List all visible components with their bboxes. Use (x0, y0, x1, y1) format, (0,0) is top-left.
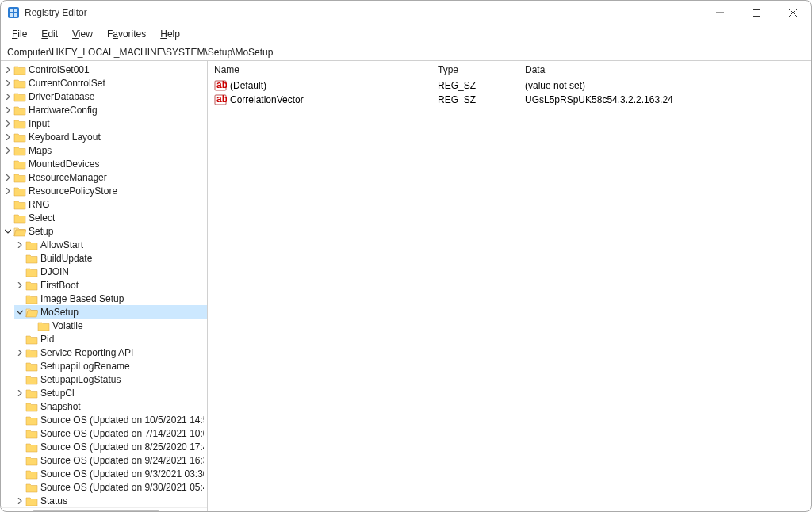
tree-node[interactable]: Source OS (Updated on 7/14/2021 10:0 (14, 426, 207, 440)
tree-node[interactable]: DJOIN (14, 265, 207, 278)
main-area: ControlSet001CurrentControlSetDriverData… (1, 61, 811, 511)
chevron-right-icon[interactable] (14, 280, 25, 291)
folder-open-icon (25, 307, 38, 318)
chevron-right-icon[interactable] (14, 495, 25, 506)
tree-node-label: Input (29, 118, 50, 129)
tree-node-label: FirstBoot (40, 280, 79, 291)
tree-node[interactable]: ResourcePolicyStore (2, 184, 207, 197)
tree-pane[interactable]: ControlSet001CurrentControlSetDriverData… (1, 61, 208, 511)
tree-node[interactable]: CurrentControlSet (2, 76, 207, 90)
folder-icon (25, 374, 38, 385)
folder-icon (25, 441, 38, 453)
menu-view[interactable]: View (66, 27, 99, 41)
maximize-button[interactable] (738, 1, 775, 25)
tree-node[interactable]: Image Based Setup (14, 292, 207, 305)
tree-node[interactable]: Select (2, 211, 207, 224)
col-type[interactable]: Type (431, 61, 519, 78)
chevron-right-icon[interactable] (2, 64, 13, 75)
chevron-right-icon[interactable] (2, 132, 13, 143)
tree-node[interactable]: Maps (2, 143, 207, 157)
folder-icon (13, 159, 26, 170)
reg-string-icon (214, 94, 227, 106)
tree-node-label: Pid (40, 334, 54, 345)
tree-node-label: ControlSet001 (29, 64, 90, 75)
menu-file[interactable]: File (6, 27, 33, 41)
tree-node[interactable]: Snapshot (14, 399, 207, 413)
folder-icon (25, 468, 38, 480)
folder-icon (25, 388, 38, 399)
tree-node-label: Source OS (Updated on 9/30/2021 05:4 (40, 482, 204, 493)
values-list[interactable]: (Default)REG_SZ(value not set)Correlatio… (208, 78, 811, 511)
tree-node-label: MountedDevices (29, 159, 99, 170)
chevron-right-icon[interactable] (14, 239, 25, 250)
chevron-right-icon[interactable] (14, 388, 25, 399)
column-headers: Name Type Data (208, 61, 811, 78)
tree-node[interactable]: AllowStart (14, 238, 207, 251)
folder-icon (13, 78, 26, 89)
folder-icon (13, 212, 26, 224)
menu-help[interactable]: Help (154, 27, 186, 41)
chevron-right-icon[interactable] (14, 347, 25, 358)
folder-icon (25, 347, 38, 358)
tree-node[interactable]: RNG (2, 197, 207, 211)
tree-node[interactable]: DriverDatabase (2, 90, 207, 103)
tree-node[interactable]: Keyboard Layout (2, 130, 207, 143)
chevron-down-icon[interactable] (2, 226, 13, 237)
menubar: File Edit View Favorites Help (1, 25, 811, 44)
tree-node[interactable]: MountedDevices (2, 157, 207, 170)
tree-node[interactable]: Volatile (26, 319, 207, 332)
tree-node[interactable]: Input (2, 117, 207, 130)
col-data[interactable]: Data (519, 61, 811, 78)
chevron-down-icon[interactable] (14, 307, 25, 318)
value-row[interactable]: CorrelationVectorREG_SZUGsL5pRSpUK58c54.… (208, 93, 811, 107)
tree-node[interactable]: Source OS (Updated on 9/24/2021 16:3 (14, 453, 207, 467)
chevron-right-icon[interactable] (2, 185, 13, 197)
svg-rect-7 (753, 10, 760, 17)
menu-favorites[interactable]: Favorites (101, 27, 152, 41)
folder-icon (25, 239, 38, 250)
horizontal-scrollbar[interactable] (1, 507, 207, 511)
col-name[interactable]: Name (208, 61, 431, 78)
value-row[interactable]: (Default)REG_SZ(value not set) (208, 78, 811, 93)
tree-node[interactable]: Source OS (Updated on 9/30/2021 05:4 (14, 480, 207, 494)
titlebar[interactable]: Registry Editor (1, 1, 811, 25)
tree-node[interactable]: HardwareConfig (2, 103, 207, 117)
chevron-right-icon[interactable] (2, 145, 13, 156)
menu-edit[interactable]: Edit (35, 27, 64, 41)
tree-node[interactable]: SetupCl (14, 386, 207, 399)
tree-node-label: Image Based Setup (40, 293, 124, 304)
tree-node[interactable]: Setup (2, 224, 207, 238)
tree-node[interactable]: Source OS (Updated on 9/3/2021 03:30 (14, 467, 207, 480)
tree-node[interactable]: Pid (14, 332, 207, 346)
regedit-icon (7, 6, 20, 19)
chevron-right-icon[interactable] (2, 91, 13, 102)
minimize-button[interactable] (702, 1, 738, 25)
tree-node-label: HardwareConfig (29, 105, 98, 116)
tree-node[interactable]: ResourceManager (2, 170, 207, 184)
folder-icon (13, 132, 26, 143)
tree-node[interactable]: SetupapiLogStatus (14, 373, 207, 386)
chevron-right-icon[interactable] (2, 78, 13, 89)
address-input[interactable] (6, 46, 806, 59)
tree-node[interactable]: BuildUpdate (14, 251, 207, 265)
tree-node[interactable]: Status (14, 494, 207, 507)
folder-icon (13, 64, 26, 75)
close-button[interactable] (775, 1, 811, 25)
window: Registry Editor File Edit View Favorites… (0, 0, 812, 512)
chevron-right-icon[interactable] (2, 118, 13, 129)
chevron-right-icon[interactable] (2, 105, 13, 116)
tree-node[interactable]: Service Reporting API (14, 346, 207, 359)
tree-node[interactable]: Source OS (Updated on 10/5/2021 14:5 (14, 413, 207, 426)
tree-node-label: RNG (29, 199, 50, 210)
registry-tree: ControlSet001CurrentControlSetDriverData… (1, 63, 207, 507)
chevron-right-icon[interactable] (2, 172, 13, 183)
tree-node[interactable]: ControlSet001 (2, 63, 207, 76)
tree-node-label: Source OS (Updated on 9/3/2021 03:30 (40, 468, 204, 480)
tree-node[interactable]: Source OS (Updated on 8/25/2020 17:4 (14, 440, 207, 453)
tree-node[interactable]: FirstBoot (14, 278, 207, 292)
folder-icon (13, 172, 26, 183)
tree-node[interactable]: SetupapiLogRename (14, 359, 207, 373)
tree-node[interactable]: MoSetup (14, 305, 207, 319)
tree-node-label: Source OS (Updated on 10/5/2021 14:5 (40, 415, 204, 426)
value-data: (value not set) (519, 80, 811, 91)
